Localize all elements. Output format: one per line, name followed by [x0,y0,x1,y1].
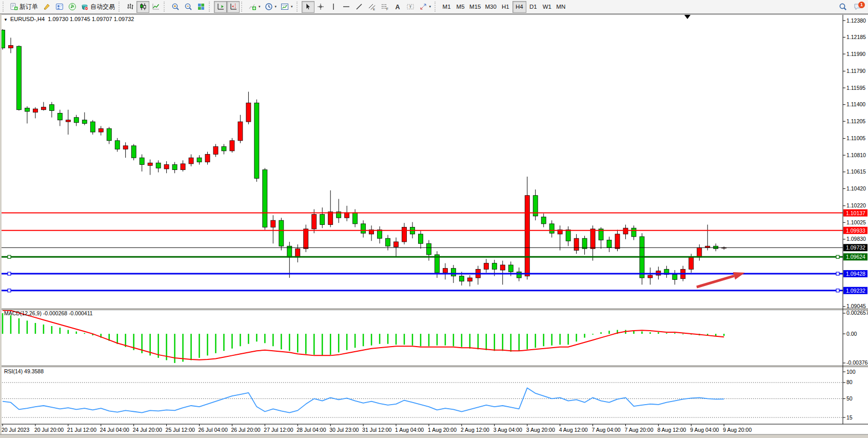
macd-histogram-bar [674,333,676,334]
candle-body [508,265,513,272]
candle-body [353,213,358,224]
macd-histogram-bar [543,334,544,346]
signals-button[interactable] [66,1,78,13]
label-icon: T [406,3,415,11]
vertical-line-button[interactable] [327,1,340,13]
timeframe-m5-button[interactable]: M5 [453,1,467,13]
price-tick-label: 1.10220 [846,202,866,208]
candle-body [484,263,488,270]
timeframe-mn-button[interactable]: MN [554,1,568,13]
trendline-button[interactable] [353,1,366,13]
macd-histogram-bar [437,334,438,346]
timeframe-d1-button[interactable]: D1 [526,1,540,13]
macd-histogram-bar [379,334,381,344]
timeframe-w1-button[interactable]: W1 [540,1,554,13]
indicators-button[interactable]: ▾ [246,1,263,13]
candle-body [443,269,447,273]
line-chart-button[interactable] [149,1,162,13]
zoom-in-icon [171,3,180,11]
candle-body [49,105,54,111]
search-button[interactable] [836,1,849,13]
macd-histogram-bar [453,334,455,346]
candle-body [549,224,554,233]
crosshair-button[interactable] [314,1,327,13]
line-handle[interactable] [8,255,11,258]
price-line-label: 1.09232 [846,288,865,294]
new-order-button[interactable]: 新订单 [8,1,40,13]
timeframe-m1-button[interactable]: M1 [440,1,453,13]
macd-histogram-bar [567,334,569,345]
candle-body [500,265,505,270]
candle-body [16,46,21,110]
candle-body [623,228,628,234]
chart-shift-icon [229,3,238,11]
line-handle[interactable] [8,272,11,275]
time-tick-label: 3 Aug 04:00 [494,427,522,433]
price-tick-label: 1.09830 [846,236,866,242]
symbol-dropdown-icon[interactable]: ▼ [4,17,8,22]
timeframe-m30-button[interactable]: M30 [483,1,498,13]
macd-histogram-bar [10,315,12,334]
bar-chart-button[interactable] [124,1,136,13]
toolbar-grip [164,2,167,12]
fibonacci-button[interactable]: F [379,1,391,13]
macd-histogram-bar [658,332,659,334]
macd-histogram-bar [535,334,536,348]
candle-body [279,220,284,246]
market-watch-button[interactable] [53,1,66,13]
candle-body [263,170,267,227]
tile-windows-button[interactable] [194,1,207,13]
candle-body [459,276,464,281]
arrows-button[interactable]: ▾ [417,1,433,13]
candle-body [140,158,144,164]
chart-title-text: EURUSD-,H4 1.09730 1.09745 1.09707 1.097… [10,16,134,22]
macd-histogram-bar [592,334,594,335]
macd-histogram-bar [182,334,184,361]
text-button[interactable]: A [391,1,404,13]
templates-button[interactable]: ▾ [279,1,295,13]
autotrading-button[interactable]: 自动交易 [78,1,117,13]
line-handle[interactable] [836,272,839,275]
time-tick-label: 31 Jul 12:00 [362,427,391,433]
timeframe-h4-button[interactable]: H4 [512,1,526,13]
channel-button[interactable]: E [366,1,379,13]
chart-shift-button[interactable] [227,1,240,13]
candle-body [697,248,702,257]
indicators-icon [248,3,257,11]
price-line-label: 1.09624 [846,254,865,260]
price-tick-label: 1.12185 [846,34,866,40]
crayon-icon [43,3,51,11]
auto-scroll-button[interactable] [214,1,227,13]
macd-axis-label: -0.003764 [846,359,868,366]
candle-body [566,230,570,241]
periods-button[interactable]: ▾ [263,1,279,13]
macd-histogram-bar [313,334,315,355]
macd-histogram-bar [526,334,528,349]
candle-body [98,128,103,132]
new-order-icon [10,3,18,11]
macd-histogram-bar [272,334,274,346]
label-button[interactable]: T [404,1,417,13]
macd-histogram-bar [478,334,479,349]
zoom-out-button[interactable] [182,1,194,13]
cursor-button[interactable] [302,1,314,13]
macd-histogram-bar [584,334,585,338]
price-line-label: 1.09933 [846,227,865,234]
timeframe-m15-button[interactable]: M15 [467,1,483,13]
candle-body [189,158,193,164]
macd-histogram-bar [412,334,413,346]
styles-button[interactable] [40,1,53,13]
horizontal-line-button[interactable] [340,1,353,13]
zoom-in-button[interactable] [169,1,182,13]
notifications-button[interactable]: 1 [851,1,864,13]
toolbar-grip [435,2,438,12]
line-handle[interactable] [836,255,839,258]
tile-windows-icon [197,3,205,11]
line-handle[interactable] [836,289,839,292]
chart-window[interactable]: 1.123801.121851.119901.117901.115951.114… [0,14,868,438]
candlestick-chart-button[interactable] [136,1,149,13]
macd-histogram-bar [420,334,422,346]
macd-histogram-bar [371,334,372,346]
timeframe-h1-button[interactable]: H1 [499,1,512,13]
line-handle[interactable] [8,289,11,292]
